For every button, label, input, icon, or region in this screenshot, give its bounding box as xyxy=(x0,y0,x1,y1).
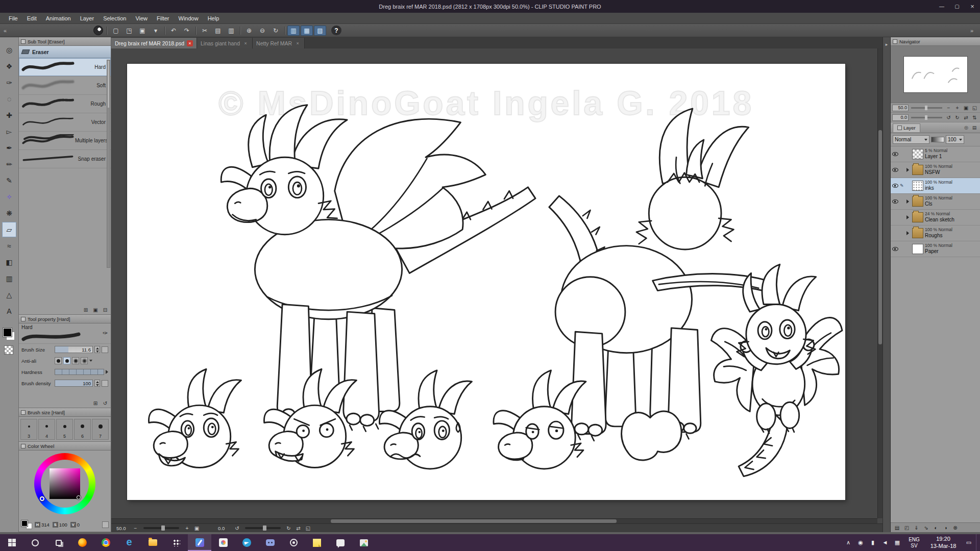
pencil-tool[interactable]: ✏ xyxy=(2,157,16,172)
transfer-to-lower-layer-icon[interactable]: ⇓ xyxy=(912,524,921,532)
tab-close-icon[interactable]: × xyxy=(295,40,301,46)
tab-close-icon[interactable]: × xyxy=(242,40,249,46)
operation-tool[interactable]: ▻ xyxy=(2,124,16,139)
show-desktop-button[interactable] xyxy=(976,534,979,551)
gradient-tool[interactable]: ▥ xyxy=(2,271,16,286)
subtool-snap-eraser[interactable]: Snap eraser xyxy=(19,150,111,168)
taskbar-chrome-icon[interactable] xyxy=(94,534,117,551)
cut-icon[interactable]: ✂ xyxy=(199,26,211,36)
layer-row-cls[interactable]: 100 % Normal Cls xyxy=(891,194,980,210)
language-indicator[interactable]: ENG SV xyxy=(904,537,924,549)
vertical-scrollbar[interactable] xyxy=(877,48,883,518)
fit-to-window-icon[interactable]: ▣ xyxy=(193,525,201,532)
anti-aliasing-strong-icon[interactable] xyxy=(81,357,88,364)
anti-aliasing-none-icon[interactable] xyxy=(55,357,62,364)
menu-animation[interactable]: Animation xyxy=(41,13,76,24)
menu-layer[interactable]: Layer xyxy=(76,13,99,24)
brush-density-dynamics-icon[interactable] xyxy=(102,380,108,387)
pen-tool[interactable]: ✒ xyxy=(2,140,16,156)
new-layer-folder-icon[interactable]: ◰ xyxy=(902,524,911,532)
navigator-fit-icon[interactable]: ▣ xyxy=(962,104,970,111)
vertical-scrollbar-thumb[interactable] xyxy=(878,130,882,344)
minimize-button[interactable]: — xyxy=(934,0,949,13)
menu-selection[interactable]: Selection xyxy=(99,13,131,24)
figure-tool[interactable]: △ xyxy=(2,287,16,303)
navigator-flip-vertical-icon[interactable]: ⇅ xyxy=(971,114,978,121)
hardness-slider[interactable] xyxy=(55,369,104,375)
copy-icon[interactable]: ▤ xyxy=(212,26,224,36)
cortana-button[interactable] xyxy=(23,534,47,551)
taskbar-clip-studio-paint-icon[interactable] xyxy=(188,534,211,551)
main-color-swatch[interactable] xyxy=(3,328,12,337)
navigator-header[interactable]: Navigator xyxy=(891,37,980,46)
clock[interactable]: 19:20 13-Mar-18 xyxy=(925,536,962,549)
navigator-zoom-in-icon[interactable]: + xyxy=(953,104,961,111)
layer-row-layer-1[interactable]: 5 % Normal Layer 1 xyxy=(891,146,980,162)
menu-view[interactable]: View xyxy=(131,13,152,24)
start-button[interactable] xyxy=(0,534,23,551)
sub-tool-panel-header[interactable]: Sub Tool [Eraser] xyxy=(19,37,111,46)
undo-icon[interactable]: ↶ xyxy=(167,26,180,36)
hidden-icons-chevron[interactable]: ∧ xyxy=(842,539,854,546)
decoration-tool[interactable]: ❋ xyxy=(2,206,16,221)
delete-subtool-icon[interactable]: ⊟ xyxy=(101,306,109,313)
clip-studio-logo-icon[interactable] xyxy=(92,26,104,36)
maximize-button[interactable]: ▢ xyxy=(949,0,965,13)
tab-linas-giant-hand[interactable]: Linas giant hand × xyxy=(197,38,253,48)
delete-layer-icon[interactable]: ⊗ xyxy=(951,524,960,532)
taskbar-snip-icon[interactable] xyxy=(282,534,305,551)
collapse-right-panels-icon[interactable]: ▸ xyxy=(886,42,888,47)
redo-icon[interactable]: ↷ xyxy=(181,26,193,36)
zoom-tool[interactable]: ◎ xyxy=(2,42,16,58)
new-canvas-icon[interactable]: ▢ xyxy=(110,26,122,36)
layer-visibility-icon[interactable] xyxy=(892,247,898,251)
taskbar-file-explorer-icon[interactable] xyxy=(141,534,164,551)
hue-marker[interactable] xyxy=(40,496,44,501)
layer-opacity-select[interactable]: 100 xyxy=(946,135,964,144)
eyedropper-icon[interactable]: ✑ xyxy=(103,330,108,337)
brush-density-stepper[interactable] xyxy=(94,380,100,387)
layer-visibility-icon[interactable] xyxy=(892,199,898,204)
layer-row-nsfw[interactable]: 100 % Normal NSFW xyxy=(891,162,980,178)
brush-size-5[interactable]: 5 xyxy=(56,419,73,440)
open-file-icon[interactable]: ◳ xyxy=(123,26,135,36)
layer-row-clean-sketch[interactable]: 24 % Normal Clean sketch xyxy=(891,210,980,226)
eyedropper-tool[interactable]: ✑ xyxy=(2,75,16,90)
close-button[interactable]: × xyxy=(965,0,980,13)
apply-mask-icon[interactable]: ◑ xyxy=(941,524,950,532)
tab-layer[interactable]: Layer xyxy=(893,123,920,132)
taskbar-store-icon[interactable] xyxy=(164,534,188,551)
airbrush-tool[interactable]: ✧ xyxy=(2,189,16,205)
add-subtool-icon[interactable]: ⊞ xyxy=(82,306,90,313)
tab-close-icon[interactable]: × xyxy=(187,40,193,46)
task-view-button[interactable] xyxy=(47,534,70,551)
expand-arrow-icon[interactable] xyxy=(906,199,911,204)
selection-tool[interactable]: ◌ xyxy=(2,91,16,107)
snap-to-ruler-icon[interactable]: ▥ xyxy=(287,26,300,36)
brush-tool[interactable]: ✎ xyxy=(2,173,16,188)
eraser-tool[interactable]: ▱ xyxy=(2,222,16,237)
subtool-vector[interactable]: Vector xyxy=(19,113,111,132)
zoom-out-icon[interactable]: ⊖ xyxy=(256,26,268,36)
sv-marker[interactable] xyxy=(77,495,81,499)
taskbar-discord-icon[interactable] xyxy=(258,534,282,551)
expand-arrow-icon[interactable] xyxy=(906,215,911,219)
zoom-out-icon[interactable]: − xyxy=(132,525,139,532)
help-icon[interactable]: ? xyxy=(331,26,341,35)
navigator-rotation-slider[interactable] xyxy=(911,117,942,118)
canvas[interactable]: © MsDinoGoat Ingela G. 2018 xyxy=(127,64,845,500)
save-dropdown-icon[interactable]: ▾ xyxy=(150,26,162,36)
tool-property-header[interactable]: Tool property [Hard] xyxy=(19,315,111,323)
sep-5[interactable] xyxy=(283,26,286,35)
sv-square[interactable] xyxy=(50,468,80,499)
anti-aliasing-middle-icon[interactable] xyxy=(72,357,79,364)
tab-netty-ref-mar[interactable]: Netty Ref MAR × xyxy=(253,38,305,48)
people-icon[interactable]: ◉ xyxy=(854,539,867,546)
flip-horizontal-icon[interactable]: ⇄ xyxy=(295,525,302,532)
hand-tool[interactable]: ❖ xyxy=(2,59,16,74)
layer-visibility-icon[interactable] xyxy=(892,152,898,156)
touch-keyboard-icon[interactable]: ▦ xyxy=(891,539,903,546)
taskbar-firefox-icon[interactable] xyxy=(70,534,94,551)
hardness-expand-icon[interactable] xyxy=(106,370,108,374)
brush-size-stepper[interactable] xyxy=(94,346,100,353)
